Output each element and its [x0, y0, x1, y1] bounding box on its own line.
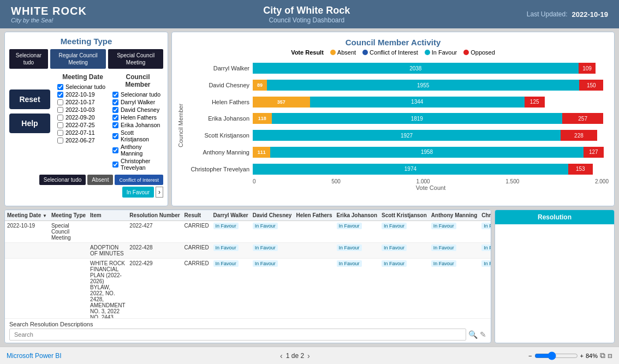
powerbi-link[interactable]: Microsoft Power BI [7, 352, 62, 360]
date-checkbox[interactable] [57, 138, 63, 144]
zoom-slider[interactable] [534, 351, 578, 360]
vr-conflict-button[interactable]: Conflict of Interest [115, 175, 163, 185]
cell-scott: In Favour [379, 243, 429, 259]
edit-icon-button[interactable]: ✎ [480, 330, 486, 339]
bar-row: Christopher Trevelyan1974153 [187, 162, 604, 177]
meeting-type-title: Meeting Type [9, 37, 163, 46]
logo-area: WHITE ROCK City by the Sea! [11, 5, 87, 23]
date-label: 2022-07-25 [66, 122, 95, 128]
select-all-mtg-button[interactable]: Selecionar tudo [9, 49, 48, 69]
member-checkbox[interactable] [112, 162, 118, 168]
vr-select-all-button[interactable]: Selecionar tudo [39, 175, 86, 185]
zoom-minus-icon[interactable]: − [528, 353, 532, 359]
chart-content: Darryl Walker2038109David Chesney8919551… [187, 60, 609, 191]
absent-bar: 118 [253, 113, 272, 124]
table-wrapper[interactable]: Meeting Date ▼ Meeting Type Item Resolut… [5, 210, 491, 318]
legend-absent: Absent [330, 49, 356, 56]
fullscreen-button[interactable]: ⧉ [600, 351, 605, 360]
infavour-badge: In Favour [382, 223, 407, 229]
member-label: David Chesney [121, 106, 159, 113]
logo-title: WHITE ROCK [11, 5, 87, 17]
col-meeting-type: Meeting Type [49, 210, 88, 221]
x-axis-tick: 1.000 [416, 178, 430, 184]
member-checkbox[interactable] [112, 107, 118, 113]
table-body: 2022-10-19Special Council Meeting2022-42… [5, 221, 491, 319]
special-council-button[interactable]: Special Council Meeting [108, 49, 163, 69]
date-checkbox[interactable] [57, 115, 63, 121]
prev-page-button[interactable]: ‹ [280, 351, 283, 360]
infavour-badge: In Favour [382, 244, 407, 251]
chevron-right-button[interactable]: › [156, 187, 163, 198]
vr-absent-button[interactable]: Absent [87, 175, 113, 185]
bar-row: Anthony Manning1111958127 [187, 145, 604, 160]
legend-absent-label: Absent [337, 49, 356, 56]
member-checkbox[interactable] [112, 115, 118, 121]
x-axis-label: Vote Count [187, 184, 609, 191]
pagination: ‹ 1 de 2 › [280, 351, 310, 360]
resize-button[interactable]: ⧈ [608, 351, 612, 360]
col-helen: Helen Fathers [294, 210, 334, 221]
bar-member-label: David Chesney [187, 82, 253, 88]
search-section: Search Resolution Descriptions 🔍 ✎ [5, 318, 491, 343]
infavour-bar: 1958 [270, 147, 583, 158]
zoom-value: 84% [586, 353, 598, 359]
infavour-bar: 2038 [253, 63, 579, 74]
council-activity-panel: Council Member Activity Vote Result Abse… [171, 32, 615, 206]
resolution-panel: Resolution [495, 210, 615, 343]
infavour-badge: In Favour [481, 244, 491, 251]
bar-member-label: Scott Kristjanson [187, 132, 253, 139]
legend-conflict-label: Conflict of Interest [370, 49, 418, 56]
list-item: 2022-10-17 [57, 98, 108, 106]
date-checkbox[interactable] [57, 92, 63, 98]
list-item: Selecionar tudo [112, 91, 163, 98]
date-checkbox[interactable] [57, 99, 63, 105]
col-resolution-number: Resolution Number [127, 210, 182, 221]
date-checkbox[interactable] [57, 130, 63, 136]
help-button[interactable]: Help [9, 114, 50, 133]
zoom-plus-icon[interactable]: + [580, 353, 584, 359]
infavour-dot [425, 50, 430, 55]
cell-christopher: In Favour [479, 259, 491, 319]
resolution-body [495, 224, 614, 343]
header: WHITE ROCK City by the Sea! City of Whit… [0, 0, 619, 28]
bar-row: David Chesney891955150 [187, 77, 604, 93]
infavour-bar: 1974 [253, 164, 568, 175]
date-label: 2022-07-11 [66, 129, 95, 136]
logo-subtitle: City by the Sea! [11, 17, 53, 23]
next-page-button[interactable]: › [307, 351, 310, 360]
cell-helen [294, 221, 334, 243]
legend-vote-result-label: Vote Result [291, 49, 324, 56]
council-member-filter: Council Member Selecionar tudoDarryl Wal… [112, 73, 163, 171]
date-checkbox[interactable] [57, 122, 63, 128]
list-item: 2022-07-25 [57, 121, 108, 129]
member-checkbox[interactable] [112, 147, 118, 153]
bottom-row: Meeting Date ▼ Meeting Type Item Resolut… [4, 210, 615, 343]
col-scott: Scott Kristjanson [379, 210, 429, 221]
member-checkbox[interactable] [112, 99, 118, 105]
member-checkbox[interactable] [112, 92, 118, 98]
reset-button[interactable]: Reset [9, 89, 50, 109]
search-input[interactable] [9, 329, 466, 341]
list-item: David Chesney [112, 106, 163, 114]
cell-scott: In Favour [379, 221, 429, 243]
search-icon-button[interactable]: 🔍 [468, 330, 478, 339]
vr-infavour-button[interactable]: In Favour [122, 187, 154, 198]
cell-anthony: In Favour [429, 259, 479, 319]
bar-track: 1974153 [253, 164, 604, 175]
cell-anthony: In Favour [429, 243, 479, 259]
activity-title: Council Member Activity [177, 38, 609, 47]
regular-council-button[interactable]: Regular Council Meeting [50, 49, 106, 69]
date-label: 2022-10-03 [66, 106, 95, 113]
legend-opposed-label: Opposed [471, 49, 495, 56]
header-sub-title: Council Voting Dashboard [263, 16, 350, 24]
member-checkbox[interactable] [112, 122, 118, 128]
member-label: Erika Johanson [121, 122, 160, 128]
member-checkbox[interactable] [112, 133, 118, 139]
col-anthony: Anthony Manning [429, 210, 479, 221]
date-checkbox[interactable] [57, 84, 63, 90]
cell-item [88, 221, 127, 243]
date-label: 2022-06-27 [66, 137, 95, 144]
cell-date [5, 243, 49, 259]
member-label: Selecionar tudo [121, 91, 160, 98]
date-checkbox[interactable] [57, 107, 63, 113]
